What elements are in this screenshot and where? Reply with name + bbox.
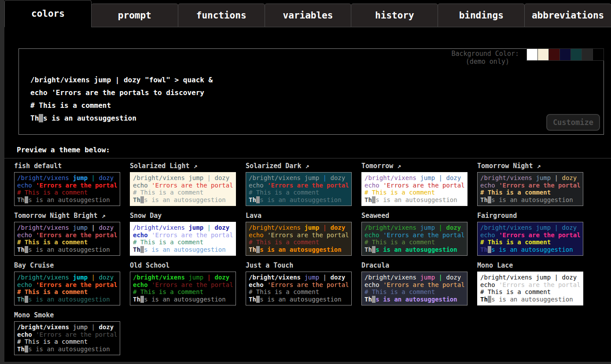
external-link-icon[interactable]: ↗ (533, 162, 541, 170)
theme-item: Bay Cruise /bright/vixens jump | dozy "f… (14, 261, 120, 305)
tab-bindings[interactable]: bindings (438, 4, 525, 27)
code-line: echo 'Errors are the portals to discover… (249, 281, 349, 289)
tab-bar: colors prompt functions variables histor… (4, 0, 611, 27)
theme-card[interactable]: /bright/vixens jump | dozy "fowl" > quac… (477, 222, 583, 256)
fish-config-app: colors prompt functions variables histor… (4, 0, 611, 362)
theme-card[interactable]: /bright/vixens jump | dozy "fowl" > quac… (130, 172, 236, 206)
color-preview-panel: Background Color: (demo only) /bright/vi… (18, 48, 604, 135)
code-line: # This is a comment (133, 239, 233, 246)
code-line: echo 'Errors are the portals to discover… (364, 232, 464, 239)
code-line: # This is a comment (364, 189, 464, 196)
tab-variables[interactable]: variables (265, 4, 352, 27)
theme-item: Old School /bright/vixens jump | dozy "f… (130, 261, 236, 305)
theme-card[interactable]: /bright/vixens jump | dozy "fowl" > quac… (361, 222, 467, 256)
external-link-icon[interactable]: ↗ (301, 162, 309, 170)
code-line: /bright/vixens jump | dozy "fowl" > quac… (364, 224, 464, 232)
terminal-sample-text: /bright/vixens jump | dozy "fowl" > quac… (30, 74, 213, 125)
background-color-swatch[interactable] (548, 48, 560, 61)
theme-name: Tomorrow Night ↗ (477, 162, 583, 171)
theme-card[interactable]: /bright/vixens jump | dozy "fowl" > quac… (361, 172, 467, 206)
external-link-icon[interactable]: ↗ (189, 162, 197, 170)
theme-name-text: fish default (14, 162, 62, 170)
code-line: echo 'Errors are the portals to discover… (17, 331, 117, 338)
tab-label: abbreviations (532, 10, 604, 21)
code-line: /bright/vixens jump | dozy "fowl" > quac… (480, 274, 580, 281)
customize-button[interactable]: Customize (546, 114, 600, 131)
theme-card[interactable]: /bright/vixens jump | dozy "fowl" > quac… (14, 172, 120, 206)
theme-name: Mono Lace (477, 261, 583, 270)
tab-abbreviations[interactable]: abbreviations (524, 4, 611, 27)
theme-name: Solarized Dark ↗ (246, 162, 352, 171)
code-line: This is an autosuggestion (249, 296, 349, 303)
code-line: echo 'Errors are the portals to discover… (364, 281, 464, 289)
theme-item: Snow Day /bright/vixens jump | dozy "fow… (130, 212, 236, 256)
theme-name-text: Bay Cruise (14, 261, 54, 269)
theme-card[interactable]: /bright/vixens jump | dozy "fowl" > quac… (14, 222, 120, 256)
theme-name-text: Old School (130, 261, 169, 269)
theme-name-text: Seaweed (361, 212, 389, 220)
code-line: This is an autosuggestion (133, 246, 233, 254)
theme-card[interactable]: /bright/vixens jump | dozy "fowl" > quac… (246, 272, 352, 305)
theme-card[interactable]: /bright/vixens jump | dozy "fowl" > quac… (246, 172, 352, 206)
section-divider (4, 158, 611, 158)
theme-name-text: Tomorrow Night (477, 162, 533, 170)
code-line: # This is a comment (133, 189, 233, 196)
theme-card[interactable]: /bright/vixens jump | dozy "fowl" > quac… (130, 222, 236, 256)
theme-item: Tomorrow Night Bright ↗ /bright/vixens j… (14, 212, 120, 256)
theme-name: Bay Cruise (14, 261, 120, 270)
background-color-swatch[interactable] (559, 48, 571, 61)
tab-label: history (375, 10, 414, 21)
code-line: # This is a comment (364, 288, 464, 296)
code-line: echo 'Errors are the portals to discover… (480, 232, 580, 239)
text-cursor: i (39, 114, 43, 122)
tab-prompt[interactable]: prompt (91, 4, 178, 27)
theme-name-text: Snow Day (130, 212, 162, 220)
background-color-swatch[interactable] (571, 48, 582, 61)
code-line: echo 'Errors are the portals to discover… (480, 182, 580, 189)
theme-card[interactable]: /bright/vixens jump | dozy "fowl" > quac… (477, 272, 583, 305)
tab-colors[interactable]: colors (4, 0, 92, 27)
code-line: /bright/vixens jump | dozy "fowl" > quac… (17, 324, 117, 331)
code-line: This is an autosuggestion (364, 296, 464, 303)
background-color-swatches (527, 48, 604, 61)
theme-card[interactable]: /bright/vixens jump | dozy "fowl" > quac… (361, 272, 467, 305)
theme-card[interactable]: /bright/vixens jump | dozy "fowl" > quac… (477, 172, 583, 206)
theme-card[interactable]: /bright/vixens jump | dozy "fowl" > quac… (130, 272, 236, 305)
theme-item: Solarized Dark ↗ /bright/vixens jump | d… (246, 162, 352, 206)
code-line: echo 'Errors are the portals to discover… (249, 232, 349, 239)
background-color-label-line1: Background Color: (451, 50, 519, 58)
theme-name: Fairground (477, 212, 583, 221)
background-color-swatch[interactable] (582, 48, 593, 61)
code-line: # This is a comment (364, 239, 464, 246)
code-line: /bright/vixens jump | dozy "fowl" > quac… (249, 274, 349, 281)
background-color-swatch[interactable] (537, 48, 549, 61)
code-line: This is an autosuggestion (17, 196, 117, 204)
code-line: This is an autosuggestion (133, 296, 233, 303)
theme-card[interactable]: /bright/vixens jump | dozy "fowl" > quac… (246, 222, 352, 256)
theme-item: Mono Smoke /bright/vixens jump | dozy "f… (14, 311, 120, 355)
background-color-label-line2: (demo only) (451, 58, 519, 66)
theme-card[interactable]: /bright/vixens jump | dozy "fowl" > quac… (14, 272, 120, 305)
theme-name-text: Tomorrow (361, 162, 393, 170)
theme-card[interactable]: /bright/vixens jump | dozy "fowl" > quac… (14, 321, 120, 355)
code-line: /bright/vixens jump | dozy "fowl" > quac… (17, 174, 117, 182)
tab-functions[interactable]: functions (178, 4, 265, 27)
theme-item: Fairground /bright/vixens jump | dozy "f… (477, 212, 583, 256)
code-line: This is an autosuggestion (133, 196, 233, 204)
external-link-icon[interactable]: ↗ (393, 162, 401, 170)
external-link-icon[interactable]: ↗ (98, 212, 106, 220)
theme-item: Just a Touch /bright/vixens jump | dozy … (246, 261, 352, 305)
code-line: This is an autosuggestion (480, 196, 580, 204)
tab-history[interactable]: history (351, 4, 438, 27)
code-line: echo 'Errors are the portals to discover… (249, 182, 349, 189)
theme-item: Seaweed /bright/vixens jump | dozy "fowl… (361, 212, 467, 256)
code-line: /bright/vixens jump | dozy "fowl" > quac… (480, 224, 580, 232)
code-line: This is an autosuggestion (364, 246, 464, 254)
code-line: This is an autosuggestion (480, 296, 580, 303)
code-line: This is an autosuggestion (17, 346, 117, 353)
background-color-swatch[interactable] (526, 48, 538, 61)
code-line: /bright/vixens jump | dozy "fowl" > quac… (17, 224, 117, 232)
theme-name-text: Tomorrow Night Bright (14, 212, 98, 220)
tab-label: bindings (459, 10, 504, 21)
background-color-swatch[interactable] (593, 48, 604, 61)
